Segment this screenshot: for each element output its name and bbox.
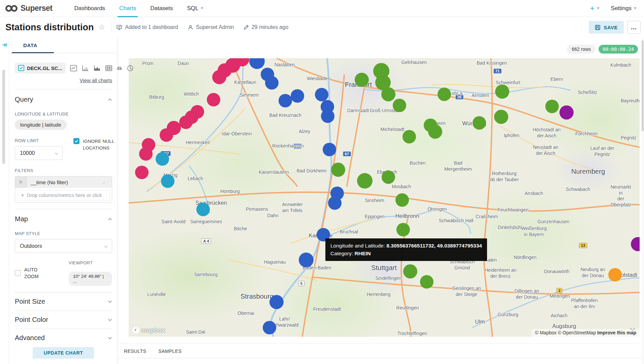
station-point-green[interactable]: [473, 116, 486, 130]
top-navbar: Superset DashboardsChartsDatasetsSQL + S…: [0, 0, 644, 17]
infinity-logo-icon: [5, 5, 18, 12]
query-section-header[interactable]: Query: [15, 96, 112, 103]
deckgl-map[interactable]: PrümDaunNastättenGelnhausenBad Kissingen…: [129, 58, 640, 337]
station-point-cyan[interactable]: [156, 152, 169, 166]
station-point-green[interactable]: [396, 223, 410, 236]
station-point-green[interactable]: [402, 130, 416, 143]
remove-filter-icon[interactable]: ✕: [15, 176, 27, 188]
dashboard-count[interactable]: Added to 1 dashboard: [116, 24, 178, 30]
road-shield-badge: 26: [455, 94, 464, 100]
station-point-green[interactable]: [357, 173, 373, 189]
line-chart-icon[interactable]: [70, 65, 77, 71]
station-point-green[interactable]: [494, 110, 508, 124]
station-point-blue[interactable]: [263, 321, 276, 334]
more-options-button[interactable]: …: [627, 21, 641, 34]
station-point-blue[interactable]: [299, 253, 314, 267]
lon-lat-chip[interactable]: longitude | latitude: [15, 120, 67, 130]
station-point-pink[interactable]: [135, 166, 149, 179]
row-limit-select[interactable]: 10000: [15, 146, 63, 160]
map-style-select[interactable]: Outdoors: [15, 239, 112, 253]
road-shield-badge: A 4: [201, 238, 211, 244]
nav-item-sql[interactable]: SQL: [180, 0, 211, 17]
tab-samples[interactable]: SAMPLES: [158, 349, 182, 354]
improve-map-link[interactable]: Improve this map: [597, 330, 636, 335]
tooltip-coords: Longitude and Latitude: 8.30556376651173…: [330, 242, 482, 250]
bar-chart-icon[interactable]: [82, 65, 89, 71]
chevron-up-icon: [108, 98, 112, 101]
station-point-green[interactable]: [393, 99, 406, 112]
nav-item-dashboards[interactable]: Dashboards: [67, 0, 112, 17]
station-point-pink[interactable]: [160, 128, 173, 142]
last-modified[interactable]: 29 minutes ago: [244, 24, 288, 30]
station-point-purple[interactable]: [559, 105, 574, 120]
section-label: Point Size: [15, 298, 45, 305]
viz-4k-option[interactable]: 4k: [117, 65, 122, 71]
station-point-green[interactable]: [382, 170, 395, 184]
map-tooltip: Longitude and Latitude: 8.30556376651173…: [325, 238, 487, 261]
station-point-green[interactable]: [495, 85, 509, 99]
station-point-blue[interactable]: [315, 88, 328, 101]
new-dropdown-button[interactable]: +: [590, 4, 600, 13]
station-point-blue[interactable]: [328, 196, 342, 210]
station-point-blue[interactable]: [269, 295, 284, 309]
save-button[interactable]: SAVE: [589, 21, 624, 34]
station-point-cyan[interactable]: [161, 174, 174, 188]
filter-chip-time[interactable]: ✕ __time (No filter) ›: [15, 176, 112, 188]
tab-data[interactable]: DATA: [23, 42, 37, 48]
section-point-size[interactable]: Point Size: [15, 292, 112, 310]
station-point-green[interactable]: [403, 264, 417, 278]
station-point-blue[interactable]: [321, 109, 334, 123]
superset-logo[interactable]: Superset: [5, 4, 52, 13]
osm-attribution-link[interactable]: © OpenStreetMap: [558, 330, 596, 335]
mapbox-logo[interactable]: mapbox: [132, 327, 165, 334]
pie-chart-icon[interactable]: [127, 65, 133, 71]
station-point-orange[interactable]: [608, 268, 622, 282]
datasource-collapsed-rail: [0, 38, 9, 364]
station-point-green[interactable]: [438, 88, 451, 101]
filters-box: ✕ __time (No filter) › + Drop columns/me…: [15, 176, 112, 203]
area-chart-icon[interactable]: [94, 65, 101, 71]
station-point-blue[interactable]: [323, 143, 336, 156]
station-point-pink[interactable]: [179, 115, 193, 129]
station-point-green[interactable]: [395, 193, 409, 207]
station-point-green[interactable]: [355, 73, 369, 87]
plus-icon: +: [590, 4, 594, 13]
viz-type-selected[interactable]: DECK.GL SC...: [15, 63, 66, 73]
update-chart-button[interactable]: UPDATE CHART: [33, 347, 94, 359]
settings-menu[interactable]: Settings: [611, 5, 637, 12]
nav-item-datasets[interactable]: Datasets: [143, 0, 180, 17]
panel-tabbar: DATA: [9, 38, 118, 53]
page-scrollbar[interactable]: [641, 38, 644, 364]
station-point-pink[interactable]: [139, 147, 153, 161]
section-advanced[interactable]: Advanced: [15, 329, 112, 347]
station-point-green[interactable]: [428, 125, 442, 139]
viewport-value[interactable]: 10° 24' 49.86" | ...: [69, 272, 112, 286]
favorite-star-icon[interactable]: ☆: [99, 23, 105, 32]
section-label: Point Color: [15, 316, 48, 324]
nav-item-charts[interactable]: Charts: [112, 0, 143, 17]
station-point-blue[interactable]: [265, 76, 279, 90]
station-point-green[interactable]: [381, 87, 395, 101]
station-point-pink[interactable]: [212, 70, 226, 84]
station-point-cyan[interactable]: [196, 203, 210, 216]
station-point-blue[interactable]: [291, 89, 304, 103]
view-all-charts-link[interactable]: View all charts: [15, 77, 112, 83]
chart-owner[interactable]: Superset Admin: [188, 24, 234, 30]
section-point-color[interactable]: Point Color: [15, 310, 112, 329]
table-icon[interactable]: [105, 65, 112, 71]
caret-down-icon: [634, 7, 637, 9]
station-point-green[interactable]: [331, 163, 345, 177]
drop-columns-target[interactable]: + Drop columns/metrics here or click: [17, 190, 110, 200]
auto-zoom-checkbox-row[interactable]: AUTO ZOOM: [15, 260, 53, 286]
station-point-blue[interactable]: [279, 94, 292, 107]
mapbox-attribution-link[interactable]: © Mapbox: [535, 330, 556, 335]
rail-scrollbar[interactable]: [2, 70, 5, 164]
expand-panel-icon[interactable]: [2, 42, 7, 48]
ignore-null-checkbox-row[interactable]: IGNORE NULL LOCATIONS: [73, 138, 123, 151]
chart-title: Stations distribution: [5, 22, 94, 33]
tab-results[interactable]: RESULTS: [124, 349, 146, 354]
station-point-green[interactable]: [420, 275, 433, 289]
station-point-green[interactable]: [545, 100, 559, 113]
map-section-header[interactable]: Map: [15, 215, 112, 223]
station-point-pink[interactable]: [207, 93, 220, 106]
